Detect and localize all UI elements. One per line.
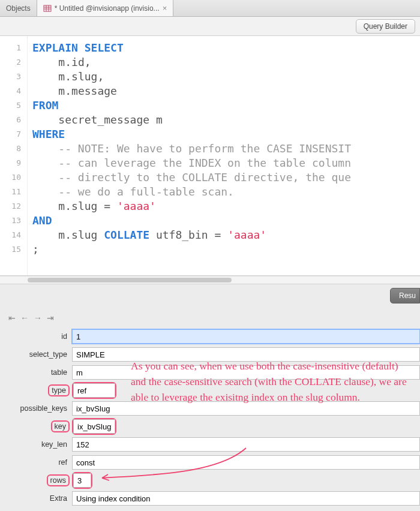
app-root: Objects * Untitled @invisionapp (invisio… xyxy=(0,0,420,511)
editor-horizontal-scrollbar[interactable] xyxy=(0,276,420,284)
nav-next-icon[interactable]: → xyxy=(34,313,42,323)
field-id[interactable] xyxy=(72,329,420,344)
label-id: id xyxy=(0,332,72,341)
label-type: type xyxy=(48,384,70,396)
record-nav: ⇤ ← → ⇥ xyxy=(0,311,420,325)
label-select-type: select_type xyxy=(0,350,72,359)
field-rows[interactable] xyxy=(73,473,91,488)
tab-objects[interactable]: Objects xyxy=(0,0,37,16)
nav-first-icon[interactable]: ⇤ xyxy=(8,313,16,323)
label-table: table xyxy=(0,368,72,377)
label-extra: Extra xyxy=(0,494,72,503)
tab-objects-label: Objects xyxy=(6,4,31,13)
label-key: key xyxy=(51,420,70,432)
label-rows: rows xyxy=(47,474,70,486)
line-gutter: 123456789101112131415 xyxy=(0,36,28,275)
label-key-len: key_len xyxy=(0,440,72,449)
field-ref[interactable] xyxy=(72,455,420,470)
field-possible-keys[interactable] xyxy=(72,401,420,416)
svg-rect-0 xyxy=(44,5,51,11)
field-select-type[interactable] xyxy=(72,347,420,362)
results-button[interactable]: Resu xyxy=(390,288,420,303)
scrollbar-thumb[interactable] xyxy=(28,278,232,282)
nav-prev-icon[interactable]: ← xyxy=(20,313,29,323)
field-table[interactable] xyxy=(72,365,420,380)
tab-active-label: * Untitled @invisionapp (invisio... xyxy=(55,4,160,13)
results-toolbar: Resu xyxy=(0,284,420,311)
label-ref: ref xyxy=(0,458,72,467)
nav-last-icon[interactable]: ⇥ xyxy=(47,313,54,323)
tab-bar: Objects * Untitled @invisionapp (invisio… xyxy=(0,0,420,17)
code-area[interactable]: EXPLAIN SELECT m.id, m.slug, m.message F… xyxy=(28,36,420,275)
label-possible-keys: possible_keys xyxy=(0,404,72,413)
query-builder-button[interactable]: Query Builder xyxy=(356,19,415,34)
sql-editor[interactable]: 123456789101112131415 EXPLAIN SELECT m.i… xyxy=(0,36,420,276)
field-type[interactable] xyxy=(73,383,115,398)
tab-active-query[interactable]: * Untitled @invisionapp (invisio... × xyxy=(37,0,174,16)
field-extra[interactable] xyxy=(72,491,420,506)
sql-table-icon xyxy=(43,4,52,13)
field-key[interactable] xyxy=(73,419,115,434)
explain-detail-form: id select_type table type possible_keys … xyxy=(0,325,420,507)
tab-close-icon[interactable]: × xyxy=(163,4,167,13)
editor-toolbar: Query Builder xyxy=(0,17,420,36)
field-key-len[interactable] xyxy=(72,437,420,452)
